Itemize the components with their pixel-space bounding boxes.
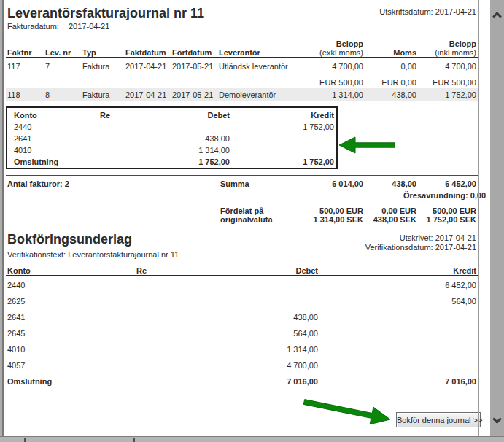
summary-row: Antal fakturor: 2 Summa 6 014,00 438,00 …: [0, 179, 478, 190]
print-date-value: 2017-04-21: [435, 7, 476, 16]
ledger-konto: 2641: [7, 313, 25, 322]
ledger-debet: 438,00: [245, 313, 318, 322]
ledger-total-row: Omslutning 7 016,00 7 016,00: [0, 377, 478, 388]
sum-label: Summa: [220, 179, 249, 188]
scroll-down-button[interactable]: [490, 410, 504, 432]
ledger-konto: 2645: [7, 329, 25, 338]
ledger-col-debet: Debet: [245, 266, 318, 275]
col-belopp-exkl-line1: Belopp: [290, 39, 363, 48]
header-divider: [6, 57, 478, 58]
ledger-kredit: 6 452,00: [403, 281, 476, 290]
summary-divider: [6, 175, 478, 176]
row-faktdatum: 2017-04-21: [125, 62, 166, 71]
print-date-label: Utskriftsdatum:: [379, 7, 433, 16]
ledger-kredit: 564,00: [403, 297, 476, 306]
ledger-total-debet: 7 016,00: [245, 377, 318, 386]
invoice-date-value: 2017-04-21: [69, 22, 109, 31]
scroll-up-button[interactable]: [490, 4, 504, 26]
ledger-konto: 4010: [7, 345, 25, 354]
ledger-col-re: Re: [136, 266, 147, 275]
rounding-value: Öresavrundning: 0,00: [403, 191, 476, 200]
print-date: Utskriftsdatum: 2017-04-21: [379, 7, 476, 16]
rounding-row: Öresavrundning: 0,00: [0, 191, 478, 202]
currency-total-label-2: originalvaluta: [220, 215, 273, 224]
vertical-scrollbar[interactable]: [490, 0, 504, 436]
detail-header: Konto Re Debet Kredit: [7, 111, 336, 122]
ledger-row: 4010 1 314,00: [0, 345, 478, 356]
row-levnr: 8: [45, 90, 50, 99]
ledger-row: 2645 564,00: [0, 329, 478, 340]
row-belopp-inkl: 4 700,00: [403, 62, 476, 71]
currency-total-row: originalvaluta 1 314,00 SEK 438,00 SEK 1…: [0, 215, 478, 226]
col-levnr: Lev. nr: [45, 48, 71, 57]
row-typ: Faktura: [82, 62, 109, 71]
currency-total-label-1: Fördelat på: [220, 206, 263, 215]
ledger-total-label: Omslutning: [7, 377, 52, 386]
ledger-row: 2440 6 452,00: [0, 281, 478, 292]
detail-row: 4010 1 314,00: [7, 146, 336, 157]
detail-total-label: Omslutning: [14, 158, 58, 166]
row-leverantor: Utländsk leverantör: [219, 62, 288, 71]
verification-text: Verifikationstext: Leverantörsfakturajou…: [0, 250, 478, 261]
ledger-title: Bokföringsunderlag: [7, 232, 132, 247]
chevron-down-icon: [492, 414, 502, 424]
detail-col-debet: Debet: [153, 111, 230, 120]
post-journal-button[interactable]: Bokför denna journal >>: [396, 412, 481, 427]
invoice-date-label: Fakturadatum:: [7, 22, 59, 31]
col-belopp-inkl-line2: (inkl moms): [403, 48, 476, 57]
detail-debet: 1 314,00: [153, 146, 230, 155]
ledger-header-divider: [6, 275, 478, 276]
row-faktnr: 118: [7, 90, 20, 99]
row-levnr: 7: [45, 62, 50, 71]
detail-kredit: 1 752,00: [248, 123, 334, 131]
detail-total-kredit: 1 752,00: [248, 158, 334, 166]
detail-konto: 2440: [14, 123, 31, 131]
col-leverantor: Leverantör: [219, 48, 260, 57]
ledger-printed: Utskrivet: 2017-04-21: [400, 233, 476, 242]
col-belopp-inkl-line1: Belopp: [403, 39, 476, 48]
ledger-konto: 2625: [7, 297, 25, 306]
ledger-col-kredit: Kredit: [403, 266, 476, 275]
col-forfdatum: Förfdatum: [172, 48, 212, 57]
currency-inkl: EUR 500,00: [403, 78, 476, 87]
detail-debet: 438,00: [153, 134, 230, 143]
content-right-border: [478, 0, 479, 436]
row-belopp-inkl: 1 752,00: [403, 90, 476, 99]
col-typ: Typ: [82, 48, 96, 57]
detail-total-debet: 1 752,00: [153, 158, 230, 166]
detail-col-kredit: Kredit: [248, 111, 334, 120]
col-faktnr: Faktnr: [7, 48, 32, 57]
row-faktnr: 117: [7, 62, 20, 71]
row-leverantor: Demoleverantör: [219, 90, 276, 99]
ledger-debet: 4 700,00: [245, 361, 318, 370]
verification-text-value: Verifikationstext: Leverantörsfakturajou…: [7, 250, 179, 259]
detail-col-re: Re: [100, 111, 110, 120]
ledger-col-konto: Konto: [7, 266, 31, 275]
page-title: Leverantörsfakturajournal nr 11: [7, 6, 204, 21]
currency-total-inkl: 500,00 EUR: [403, 206, 476, 215]
row-faktdatum: 2017-04-21: [125, 90, 166, 99]
green-arrow-right-icon: [301, 398, 396, 427]
bottom-bar-mark: [133, 438, 135, 442]
chevron-up-icon: [492, 12, 502, 21]
ledger-debet: 564,00: [245, 329, 318, 338]
sum-inkl: 6 452,00: [403, 179, 476, 188]
ledger-row: 4057 4 700,00: [0, 361, 478, 372]
bottom-bar-mark: [24, 438, 26, 442]
ledger-row: 2625 564,00: [0, 297, 478, 308]
row-forfdatum: 2017-05-21: [172, 62, 213, 71]
detail-total-row: Omslutning 1 752,00 1 752,00: [7, 158, 336, 168]
window-bottom-bar: [0, 436, 504, 442]
invoice-count: Antal fakturor: 2: [7, 179, 69, 188]
detail-row: 2440 1 752,00: [7, 123, 336, 133]
table-row: 118 8 Faktura 2017-04-21 2017-05-21 Demo…: [0, 90, 478, 101]
currency-subrow: EUR 500,00 EUR 0,00 EUR 500,00: [0, 78, 478, 89]
account-detail-box: Konto Re Debet Kredit 2440 1 752,00 2641…: [6, 106, 338, 169]
ledger-konto: 4057: [7, 361, 25, 370]
ledger-total-kredit: 7 016,00: [403, 377, 476, 386]
window-left-edge-line: [2, 0, 4, 436]
invoice-date: Fakturadatum: 2017-04-21: [0, 22, 478, 33]
ledger-debet: 1 314,00: [245, 345, 318, 354]
detail-konto: 4010: [14, 146, 31, 155]
row-typ: Faktura: [82, 90, 109, 99]
